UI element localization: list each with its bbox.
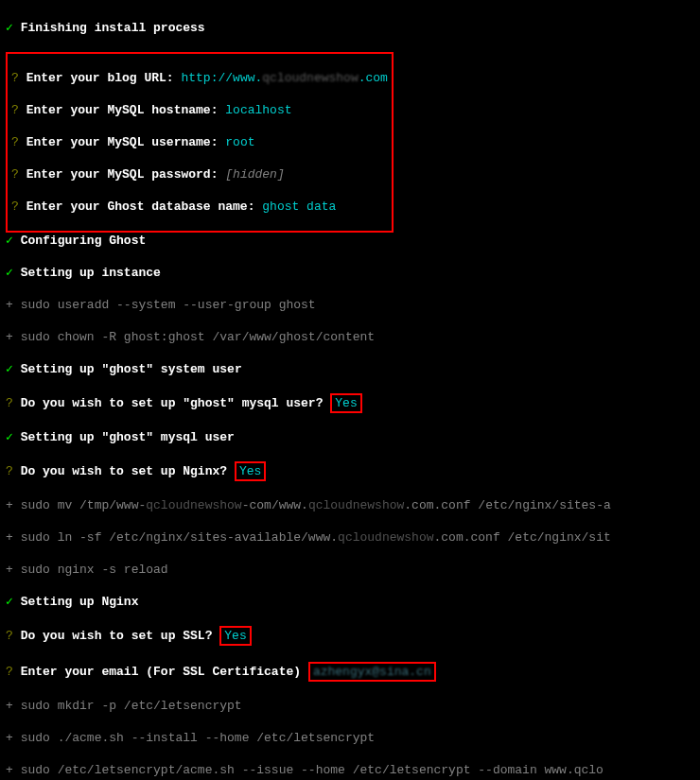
prompt-ssl: Do you wish to set up SSL? bbox=[21, 629, 213, 643]
status-text: Setting up "ghost" mysql user bbox=[21, 430, 235, 444]
prompt-mysql-pass: Enter your MySQL password: bbox=[26, 167, 219, 182]
prompt-mysql-host: Enter your MySQL hostname: bbox=[26, 103, 219, 117]
prompt-db-name: Enter your Ghost database name: bbox=[26, 199, 255, 214]
status-text: Setting up instance bbox=[21, 266, 161, 280]
answer-yes[interactable]: Yes bbox=[235, 461, 266, 481]
blog-url-input[interactable]: http://www.qcloudnewshow.com bbox=[181, 71, 387, 85]
sudo-command: sudo useradd --system --user-group ghost bbox=[21, 298, 316, 312]
status-text: Configuring Ghost bbox=[21, 234, 147, 248]
sudo-command: sudo ./acme.sh --install --home /etc/let… bbox=[21, 731, 375, 745]
prompt-ssl-email: Enter your email (For SSL Certificate) bbox=[21, 665, 301, 679]
ssl-email-input[interactable]: azhengyx@sina.cn bbox=[308, 662, 436, 682]
ghost-db-input[interactable]: ghost data bbox=[262, 199, 336, 214]
sudo-command: sudo chown -R ghost:ghost /var/www/ghost… bbox=[21, 330, 375, 344]
sudo-command: sudo /etc/letsencrypt/acme.sh --issue --… bbox=[21, 763, 604, 777]
sudo-command: sudo nginx -s reload bbox=[21, 563, 168, 577]
status-text: Setting up Nginx bbox=[21, 595, 139, 609]
prompt-blog-url: Enter your blog URL: bbox=[26, 71, 174, 85]
mysql-user-input[interactable]: root bbox=[225, 135, 254, 149]
sudo-command: sudo mkdir -p /etc/letsencrypt bbox=[21, 699, 242, 713]
prompt-ghost-mysql-user: Do you wish to set up "ghost" mysql user… bbox=[21, 396, 324, 410]
install-prompts-group: ? Enter your blog URL: http://www.qcloud… bbox=[6, 52, 394, 233]
answer-yes[interactable]: Yes bbox=[330, 393, 361, 413]
prompt-nginx: Do you wish to set up Nginx? bbox=[21, 464, 227, 478]
mysql-host-input[interactable]: localhost bbox=[225, 103, 291, 117]
sudo-command: sudo mv /tmp/www-qcloudnewshow-com/www.q… bbox=[21, 498, 611, 512]
terminal-output: ✓ Finishing install process ? Enter your… bbox=[0, 0, 700, 780]
answer-yes[interactable]: Yes bbox=[219, 626, 251, 646]
status-text: Setting up "ghost" system user bbox=[21, 362, 242, 376]
prompt-mysql-user: Enter your MySQL username: bbox=[26, 135, 219, 149]
status-text: Finishing install process bbox=[21, 21, 205, 35]
mysql-pass-input[interactable]: [hidden] bbox=[225, 167, 284, 182]
sudo-command: sudo ln -sf /etc/nginx/sites-available/w… bbox=[21, 530, 611, 545]
